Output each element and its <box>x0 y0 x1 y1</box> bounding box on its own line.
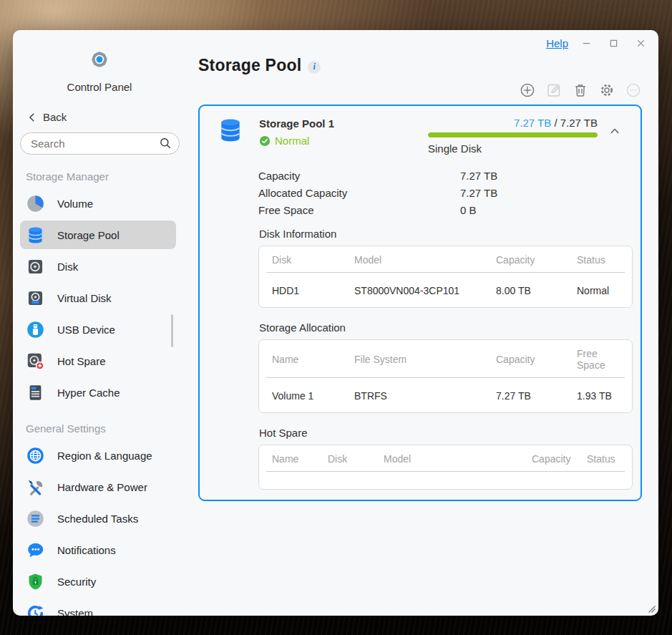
storage-pool-large-icon <box>217 117 244 144</box>
back-button[interactable]: Back <box>27 111 186 123</box>
sidebar-item-region-language[interactable]: Region & Language <box>20 441 176 470</box>
storage-pool-icon <box>26 226 45 245</box>
edit-button <box>545 82 563 99</box>
pool-name: Storage Pool 1 <box>259 117 428 130</box>
edit-icon <box>545 90 563 101</box>
add-button[interactable] <box>519 82 536 99</box>
window-controls: Help <box>546 33 654 53</box>
sidebar-item-volume[interactable]: Volume <box>20 189 176 218</box>
table-cell: Normal <box>577 285 619 296</box>
usb-device-icon <box>26 320 45 339</box>
pool-status: Normal <box>259 135 428 147</box>
sidebar-item-hot-spare[interactable]: Hot Spare <box>20 346 176 375</box>
search-input[interactable] <box>20 132 180 155</box>
column-header: Name <box>272 354 354 365</box>
search-box <box>20 132 180 155</box>
table-row[interactable]: Volume 1BTRFS7.27 TB1.93 TB <box>266 378 625 412</box>
usage-total: 7.27 TB <box>560 117 598 129</box>
settings-button[interactable] <box>598 82 615 99</box>
usage-used: 7.27 TB <box>514 117 551 129</box>
storage_allocation-table: NameFile SystemCapacityFree SpaceVolume … <box>258 339 633 413</box>
sidebar-item-hyper-cache[interactable]: Hyper Cache <box>20 378 176 407</box>
delete-button[interactable] <box>572 82 589 99</box>
pool-header: Storage Pool 1 Normal 7.27 TB / 7.27 TB … <box>200 106 641 156</box>
usage-bar <box>428 132 598 137</box>
volume-icon <box>26 194 45 213</box>
detail-label: Capacity <box>258 168 460 185</box>
sidebar: Control Panel Back Storage ManagerVolume… <box>13 30 186 616</box>
usage-bar-fill <box>428 132 598 137</box>
region-language-icon <box>26 446 45 465</box>
sidebar-scrollbar[interactable] <box>171 314 173 347</box>
sidebar-item-hardware-power[interactable]: Hardware & Power <box>20 472 176 501</box>
column-header: Model <box>384 453 532 465</box>
sidebar-item-label: Scheduled Tasks <box>57 513 138 525</box>
page-title: Storage Pool <box>198 56 301 75</box>
collapse-button[interactable] <box>598 117 632 155</box>
control-panel-icon <box>86 46 113 73</box>
usage-text: 7.27 TB / 7.27 TB <box>428 117 598 129</box>
column-header: Capacity <box>496 254 577 266</box>
column-header: File System <box>354 354 496 365</box>
help-link[interactable]: Help <box>546 37 568 49</box>
sidebar-item-security[interactable]: Security <box>20 567 176 596</box>
status-ok-icon <box>259 135 271 147</box>
sidebar-item-storage-pool[interactable]: Storage Pool <box>20 220 176 249</box>
disk-icon <box>26 257 45 276</box>
column-header: Disk <box>272 254 354 266</box>
status-text: Normal <box>275 135 309 147</box>
table-cell: 8.00 TB <box>496 285 577 296</box>
security-icon <box>26 572 45 591</box>
add-icon <box>519 90 536 101</box>
sidebar-item-system[interactable]: System <box>20 598 176 616</box>
table-body <box>259 472 632 489</box>
minimize-button[interactable] <box>573 33 600 53</box>
sidebar-item-virtual-disk[interactable]: Virtual Disk <box>20 283 176 312</box>
sidebar-item-scheduled-tasks[interactable]: Scheduled Tasks <box>20 504 176 533</box>
sidebar-item-label: Hyper Cache <box>57 387 120 399</box>
close-icon <box>636 38 646 49</box>
window-buttons <box>573 33 654 53</box>
page-header: Storage Pool i <box>198 56 642 75</box>
storage_allocation-section: Storage AllocationNameFile SystemCapacit… <box>258 321 633 413</box>
back-label: Back <box>43 111 67 123</box>
sidebar-item-usb-device[interactable]: USB Device <box>20 315 176 344</box>
close-button[interactable] <box>627 33 654 53</box>
sidebar-nav: Storage ManagerVolumeStorage PoolDiskVir… <box>13 170 186 616</box>
table-cell: HDD1 <box>272 285 354 296</box>
sidebar-item-notifications[interactable]: Notifications <box>20 535 176 564</box>
table-cell: Volume 1 <box>272 390 354 402</box>
disk_information-section: Disk InformationDiskModelCapacityStatusH… <box>258 228 633 308</box>
back-chevron-icon <box>27 112 37 122</box>
storage-pool-card: Storage Pool 1 Normal 7.27 TB / 7.27 TB … <box>198 105 642 501</box>
app-header: Control Panel <box>13 46 186 93</box>
chevron-up-icon <box>608 125 621 137</box>
toolbar <box>198 82 642 99</box>
sidebar-item-disk[interactable]: Disk <box>20 252 176 281</box>
more-icon <box>625 90 642 101</box>
more-button <box>625 82 642 99</box>
settings-icon <box>598 90 615 101</box>
column-header: Name <box>272 453 328 465</box>
pool-tables: Disk InformationDiskModelCapacityStatusH… <box>200 228 641 490</box>
table-cell: 7.27 TB <box>496 390 577 402</box>
app-title: Control Panel <box>13 81 186 93</box>
main-panel: Help Storage Pool i Storage Pool 1 Norma… <box>186 30 658 616</box>
sidebar-item-label: Volume <box>57 198 93 210</box>
hot_spare-section: Hot SpareNameDiskModelCapacityStatus <box>258 427 633 490</box>
sidebar-item-label: Security <box>57 576 96 588</box>
column-header: Status <box>587 453 619 465</box>
table-body: Volume 1BTRFS7.27 TB1.93 TB <box>259 378 632 412</box>
maximize-button[interactable] <box>600 33 627 53</box>
table-row[interactable]: HDD1ST8000VN004-3CP1018.00 TBNormal <box>266 273 625 307</box>
resize-handle[interactable] <box>645 602 656 614</box>
detail-value: 7.27 TB <box>460 170 497 182</box>
sidebar-item-label: Virtual Disk <box>57 292 112 304</box>
maximize-icon <box>608 38 619 49</box>
info-icon[interactable]: i <box>308 61 321 74</box>
detail-label: Free Space <box>258 202 460 219</box>
sidebar-section-label: General Settings <box>26 422 186 435</box>
minimize-icon <box>581 38 592 49</box>
hot-spare-icon <box>26 352 45 371</box>
usage-separator: / <box>551 117 560 129</box>
